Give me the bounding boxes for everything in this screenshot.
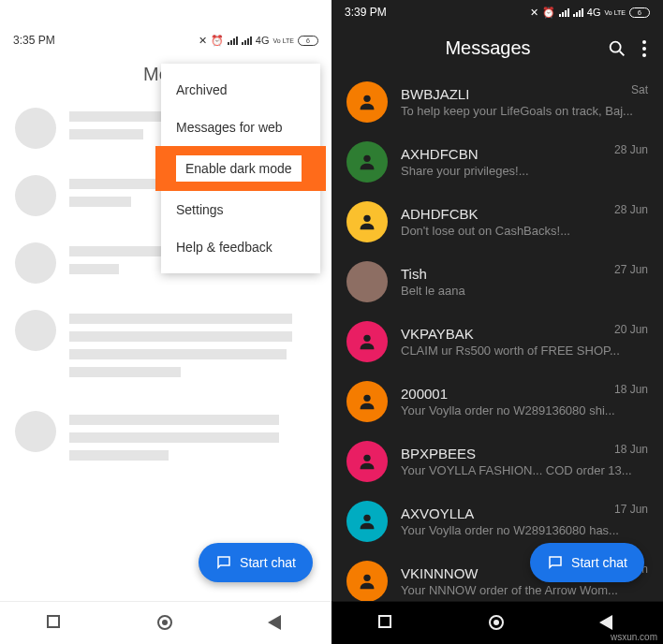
conversation-name: 200001 bbox=[401, 386, 648, 402]
svg-point-4 bbox=[363, 215, 370, 222]
conversation-item[interactable]: BWBJAZLITo help keep your LifeGoals on t… bbox=[332, 72, 663, 132]
conversation-name: ADHDFCBK bbox=[401, 206, 648, 222]
conversation-name: AXHDFCBN bbox=[401, 146, 648, 162]
conversation-preview: Your Voylla order no W289136080 has... bbox=[401, 523, 648, 537]
avatar-icon bbox=[346, 441, 388, 482]
conversation-preview: CLAIM ur Rs500 worth of FREE SHOP... bbox=[401, 344, 648, 358]
start-chat-button[interactable]: Start chat bbox=[199, 543, 313, 582]
overflow-menu: Archived Messages for web Enable dark mo… bbox=[161, 64, 320, 273]
svg-point-5 bbox=[363, 335, 370, 342]
conversation-preview: Your NNNOW order of the Arrow Wom... bbox=[401, 583, 648, 597]
svg-point-9 bbox=[363, 575, 370, 581]
status-bar: 3:35 PM ✕ ⏰ 4G Vo LTE 6 bbox=[0, 28, 332, 52]
app-header: Messages bbox=[332, 24, 663, 72]
status-icons: ✕ ⏰ 4G Vo LTE 6 bbox=[530, 7, 650, 19]
status-bar: 3:39 PM ✕ ⏰ 4G Vo LTE 6 bbox=[332, 0, 663, 24]
avatar-icon bbox=[346, 381, 388, 422]
conversation-item[interactable]: AXHDFCBNShare your privileges!...28 Jun bbox=[332, 132, 663, 192]
conversation-date: 20 Jun bbox=[614, 323, 648, 336]
conversation-preview: Share your privileges!... bbox=[401, 164, 648, 178]
signal-icon bbox=[573, 8, 583, 17]
network-label: 4G bbox=[587, 7, 601, 18]
chat-icon bbox=[215, 554, 232, 571]
alarm-icon: ⏰ bbox=[542, 7, 555, 19]
menu-help-feedback[interactable]: Help & feedback bbox=[161, 228, 320, 266]
list-item[interactable] bbox=[15, 310, 317, 385]
search-icon bbox=[607, 38, 627, 59]
conversation-item[interactable]: BPXPBEESYour VOYLLA FASHION... COD order… bbox=[332, 432, 663, 491]
conversation-preview: Your VOYLLA FASHION... COD order 13... bbox=[401, 463, 648, 477]
conversation-preview: Your Voylla order no W289136080 shi... bbox=[401, 403, 648, 417]
status-time: 3:35 PM bbox=[13, 34, 55, 47]
conversation-list: BWBJAZLITo help keep your LifeGoals on t… bbox=[332, 72, 663, 601]
conversation-date: 18 Jun bbox=[614, 383, 648, 396]
conversation-item[interactable]: ADHDFCBKDon't lose out on CashBacks!...2… bbox=[332, 192, 663, 252]
nav-recent-button[interactable] bbox=[378, 615, 395, 632]
avatar-icon bbox=[346, 81, 388, 123]
watermark: wsxun.com bbox=[611, 632, 657, 642]
menu-messages-for-web[interactable]: Messages for web bbox=[161, 109, 320, 146]
avatar-icon bbox=[346, 501, 388, 542]
fab-label: Start chat bbox=[240, 555, 296, 570]
battery-icon: 6 bbox=[298, 36, 318, 46]
dnd-icon: ✕ bbox=[199, 35, 207, 47]
svg-point-0 bbox=[611, 41, 621, 51]
avatar-icon bbox=[346, 561, 388, 601]
svg-point-6 bbox=[363, 395, 370, 402]
conversation-date: 27 Jun bbox=[614, 263, 648, 276]
nav-back-button[interactable] bbox=[599, 615, 616, 632]
avatar-image bbox=[346, 261, 388, 302]
signal-icon bbox=[228, 37, 238, 45]
avatar-icon bbox=[346, 321, 388, 362]
page-title: Messages bbox=[369, 37, 607, 59]
conversation-date: 28 Jun bbox=[614, 143, 648, 156]
conversation-item[interactable]: VKPAYBAKCLAIM ur Rs500 worth of FREE SHO… bbox=[332, 312, 663, 372]
menu-enable-dark-mode[interactable]: Enable dark mode bbox=[155, 146, 326, 191]
signal-icon bbox=[242, 37, 252, 45]
avatar-icon bbox=[346, 201, 388, 242]
conversation-date: 18 Jun bbox=[614, 443, 648, 456]
conversation-preview: Belt le aana bbox=[401, 284, 648, 298]
fab-label: Start chat bbox=[571, 555, 627, 570]
list-item[interactable] bbox=[15, 411, 317, 468]
menu-archived[interactable]: Archived bbox=[161, 71, 320, 109]
menu-settings[interactable]: Settings bbox=[161, 191, 320, 228]
svg-point-2 bbox=[363, 95, 370, 102]
signal-icon bbox=[559, 8, 569, 17]
conversation-name: AXVOYLLA bbox=[401, 505, 648, 521]
conversation-name: BPXPBEES bbox=[401, 446, 648, 461]
start-chat-button[interactable]: Start chat bbox=[530, 543, 644, 582]
nav-bar bbox=[0, 601, 332, 644]
alarm-icon: ⏰ bbox=[211, 35, 224, 47]
network-label: 4G bbox=[256, 35, 270, 46]
svg-point-7 bbox=[363, 455, 370, 461]
nav-back-button[interactable] bbox=[268, 615, 285, 632]
conversation-item[interactable]: 200001Your Voylla order no W289136080 sh… bbox=[332, 372, 663, 432]
conversation-item[interactable]: TishBelt le aana27 Jun bbox=[332, 252, 663, 312]
conversation-name: BWBJAZLI bbox=[401, 86, 648, 102]
svg-line-1 bbox=[620, 51, 625, 55]
conversation-name: VKPAYBAK bbox=[401, 326, 648, 342]
nav-recent-button[interactable] bbox=[47, 615, 64, 632]
volte-label: Vo LTE bbox=[605, 9, 626, 16]
overflow-button[interactable] bbox=[642, 40, 646, 57]
status-icons: ✕ ⏰ 4G Vo LTE 6 bbox=[199, 35, 318, 47]
svg-point-8 bbox=[363, 515, 370, 521]
search-button[interactable] bbox=[607, 38, 627, 59]
conversation-date: Sat bbox=[631, 83, 648, 96]
nav-home-button[interactable] bbox=[157, 615, 174, 632]
status-time: 3:39 PM bbox=[345, 6, 387, 19]
conversation-preview: Don't lose out on CashBacks!... bbox=[401, 224, 648, 238]
volte-label: Vo LTE bbox=[273, 37, 294, 44]
avatar-icon bbox=[346, 141, 388, 183]
phone-dark: 3:39 PM ✕ ⏰ 4G Vo LTE 6 Messages BWBJAZL… bbox=[332, 0, 663, 644]
phone-light: 3:35 PM ✕ ⏰ 4G Vo LTE 6 Mess Archived Me… bbox=[0, 0, 332, 644]
conversation-date: 17 Jun bbox=[614, 503, 648, 516]
nav-home-button[interactable] bbox=[489, 615, 506, 632]
conversation-name: Tish bbox=[401, 266, 648, 282]
conversation-date: 28 Jun bbox=[614, 203, 648, 216]
svg-point-3 bbox=[363, 155, 370, 162]
dnd-icon: ✕ bbox=[530, 7, 538, 19]
battery-icon: 6 bbox=[629, 7, 650, 18]
chat-icon bbox=[547, 554, 564, 571]
